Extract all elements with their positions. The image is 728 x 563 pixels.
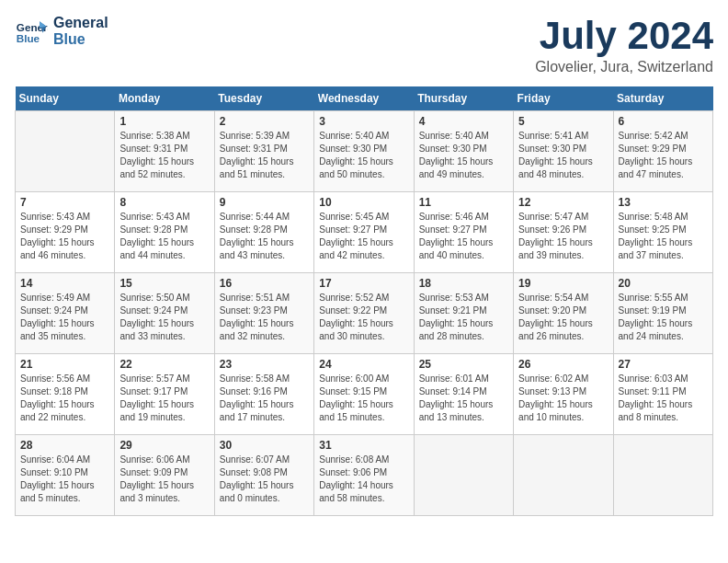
day-number: 8 [119, 196, 209, 209]
logo: General Blue General Blue [15, 15, 108, 48]
day-number: 23 [220, 358, 309, 371]
day-cell: 8Sunrise: 5:43 AM Sunset: 9:28 PM Daylig… [115, 192, 214, 273]
day-number: 20 [619, 277, 708, 290]
day-number: 13 [619, 196, 708, 209]
day-number: 1 [119, 115, 209, 128]
day-cell: 22Sunrise: 5:57 AM Sunset: 9:17 PM Dayli… [115, 354, 214, 435]
day-info: Sunrise: 5:50 AM Sunset: 9:24 PM Dayligh… [119, 292, 209, 343]
day-info: Sunrise: 5:46 AM Sunset: 9:27 PM Dayligh… [419, 211, 508, 262]
day-number: 10 [319, 196, 408, 209]
day-cell: 29Sunrise: 6:06 AM Sunset: 9:09 PM Dayli… [115, 435, 214, 516]
svg-text:Blue: Blue [17, 32, 40, 44]
day-info: Sunrise: 5:57 AM Sunset: 9:17 PM Dayligh… [119, 373, 209, 424]
day-info: Sunrise: 6:07 AM Sunset: 9:08 PM Dayligh… [220, 454, 309, 505]
day-info: Sunrise: 5:43 AM Sunset: 9:29 PM Dayligh… [20, 211, 109, 262]
day-cell: 14Sunrise: 5:49 AM Sunset: 9:24 PM Dayli… [16, 273, 115, 354]
day-info: Sunrise: 6:01 AM Sunset: 9:14 PM Dayligh… [419, 373, 508, 424]
day-cell: 4Sunrise: 5:40 AM Sunset: 9:30 PM Daylig… [414, 111, 513, 192]
day-info: Sunrise: 5:54 AM Sunset: 9:20 PM Dayligh… [518, 292, 608, 343]
day-info: Sunrise: 5:42 AM Sunset: 9:29 PM Dayligh… [619, 130, 708, 181]
day-cell: 18Sunrise: 5:53 AM Sunset: 9:21 PM Dayli… [414, 273, 513, 354]
day-cell: 1Sunrise: 5:38 AM Sunset: 9:31 PM Daylig… [115, 111, 214, 192]
weekday-header-row: SundayMondayTuesdayWednesdayThursdayFrid… [16, 86, 713, 111]
day-info: Sunrise: 6:03 AM Sunset: 9:11 PM Dayligh… [619, 373, 708, 424]
week-row-2: 7Sunrise: 5:43 AM Sunset: 9:29 PM Daylig… [16, 192, 713, 273]
day-number: 18 [419, 277, 508, 290]
weekday-header-thursday: Thursday [414, 86, 513, 111]
weekday-header-friday: Friday [514, 86, 613, 111]
day-cell: 23Sunrise: 5:58 AM Sunset: 9:16 PM Dayli… [214, 354, 313, 435]
day-number: 7 [20, 196, 109, 209]
weekday-header-wednesday: Wednesday [314, 86, 414, 111]
day-number: 31 [319, 439, 408, 452]
day-cell: 25Sunrise: 6:01 AM Sunset: 9:14 PM Dayli… [414, 354, 513, 435]
day-number: 14 [20, 277, 109, 290]
day-number: 16 [220, 277, 309, 290]
week-row-5: 28Sunrise: 6:04 AM Sunset: 9:10 PM Dayli… [16, 435, 713, 516]
day-cell: 19Sunrise: 5:54 AM Sunset: 9:20 PM Dayli… [514, 273, 613, 354]
day-cell: 28Sunrise: 6:04 AM Sunset: 9:10 PM Dayli… [16, 435, 115, 516]
day-info: Sunrise: 5:48 AM Sunset: 9:25 PM Dayligh… [619, 211, 708, 262]
day-cell [16, 111, 115, 192]
day-info: Sunrise: 5:39 AM Sunset: 9:31 PM Dayligh… [220, 130, 309, 181]
day-info: Sunrise: 5:52 AM Sunset: 9:22 PM Dayligh… [319, 292, 408, 343]
day-cell: 10Sunrise: 5:45 AM Sunset: 9:27 PM Dayli… [314, 192, 414, 273]
month-title: July 2024 [535, 15, 713, 57]
day-number: 6 [619, 115, 708, 128]
day-info: Sunrise: 5:44 AM Sunset: 9:28 PM Dayligh… [220, 211, 309, 262]
day-cell: 26Sunrise: 6:02 AM Sunset: 9:13 PM Dayli… [514, 354, 613, 435]
day-info: Sunrise: 6:00 AM Sunset: 9:15 PM Dayligh… [319, 373, 408, 424]
day-cell: 30Sunrise: 6:07 AM Sunset: 9:08 PM Dayli… [214, 435, 313, 516]
day-number: 12 [518, 196, 608, 209]
day-info: Sunrise: 5:40 AM Sunset: 9:30 PM Dayligh… [319, 130, 408, 181]
weekday-header-monday: Monday [115, 86, 214, 111]
day-number: 15 [119, 277, 209, 290]
day-cell: 7Sunrise: 5:43 AM Sunset: 9:29 PM Daylig… [16, 192, 115, 273]
day-number: 5 [518, 115, 608, 128]
day-cell: 11Sunrise: 5:46 AM Sunset: 9:27 PM Dayli… [414, 192, 513, 273]
weekday-header-tuesday: Tuesday [214, 86, 313, 111]
day-cell: 24Sunrise: 6:00 AM Sunset: 9:15 PM Dayli… [314, 354, 414, 435]
day-number: 25 [419, 358, 508, 371]
logo-text-general: General [53, 15, 108, 31]
day-number: 27 [619, 358, 708, 371]
day-cell: 31Sunrise: 6:08 AM Sunset: 9:06 PM Dayli… [314, 435, 414, 516]
day-cell: 15Sunrise: 5:50 AM Sunset: 9:24 PM Dayli… [115, 273, 214, 354]
day-info: Sunrise: 5:41 AM Sunset: 9:30 PM Dayligh… [518, 130, 608, 181]
day-cell: 21Sunrise: 5:56 AM Sunset: 9:18 PM Dayli… [16, 354, 115, 435]
day-info: Sunrise: 5:53 AM Sunset: 9:21 PM Dayligh… [419, 292, 508, 343]
day-cell: 17Sunrise: 5:52 AM Sunset: 9:22 PM Dayli… [314, 273, 414, 354]
page-header: General Blue General Blue July 2024 Glov… [15, 15, 713, 75]
weekday-header-sunday: Sunday [16, 86, 115, 111]
day-info: Sunrise: 6:08 AM Sunset: 9:06 PM Dayligh… [319, 454, 408, 505]
day-number: 19 [518, 277, 608, 290]
day-number: 17 [319, 277, 408, 290]
day-info: Sunrise: 5:58 AM Sunset: 9:16 PM Dayligh… [220, 373, 309, 424]
day-cell [514, 435, 613, 516]
day-number: 26 [518, 358, 608, 371]
day-info: Sunrise: 5:56 AM Sunset: 9:18 PM Dayligh… [20, 373, 109, 424]
day-cell: 5Sunrise: 5:41 AM Sunset: 9:30 PM Daylig… [514, 111, 613, 192]
location-title: Glovelier, Jura, Switzerland [535, 59, 713, 75]
day-info: Sunrise: 5:47 AM Sunset: 9:26 PM Dayligh… [518, 211, 608, 262]
day-info: Sunrise: 6:04 AM Sunset: 9:10 PM Dayligh… [20, 454, 109, 505]
day-cell [414, 435, 513, 516]
day-info: Sunrise: 5:45 AM Sunset: 9:27 PM Dayligh… [319, 211, 408, 262]
day-number: 24 [319, 358, 408, 371]
day-info: Sunrise: 6:02 AM Sunset: 9:13 PM Dayligh… [518, 373, 608, 424]
day-cell: 2Sunrise: 5:39 AM Sunset: 9:31 PM Daylig… [214, 111, 313, 192]
day-cell: 9Sunrise: 5:44 AM Sunset: 9:28 PM Daylig… [214, 192, 313, 273]
day-number: 3 [319, 115, 408, 128]
day-number: 9 [220, 196, 309, 209]
week-row-3: 14Sunrise: 5:49 AM Sunset: 9:24 PM Dayli… [16, 273, 713, 354]
day-info: Sunrise: 5:38 AM Sunset: 9:31 PM Dayligh… [119, 130, 209, 181]
day-info: Sunrise: 6:06 AM Sunset: 9:09 PM Dayligh… [119, 454, 209, 505]
title-area: July 2024 Glovelier, Jura, Switzerland [535, 15, 713, 75]
day-cell: 27Sunrise: 6:03 AM Sunset: 9:11 PM Dayli… [613, 354, 712, 435]
day-number: 21 [20, 358, 109, 371]
day-cell: 6Sunrise: 5:42 AM Sunset: 9:29 PM Daylig… [613, 111, 712, 192]
day-number: 11 [419, 196, 508, 209]
day-number: 30 [220, 439, 309, 452]
calendar-table: SundayMondayTuesdayWednesdayThursdayFrid… [15, 86, 713, 516]
day-cell: 16Sunrise: 5:51 AM Sunset: 9:23 PM Dayli… [214, 273, 313, 354]
